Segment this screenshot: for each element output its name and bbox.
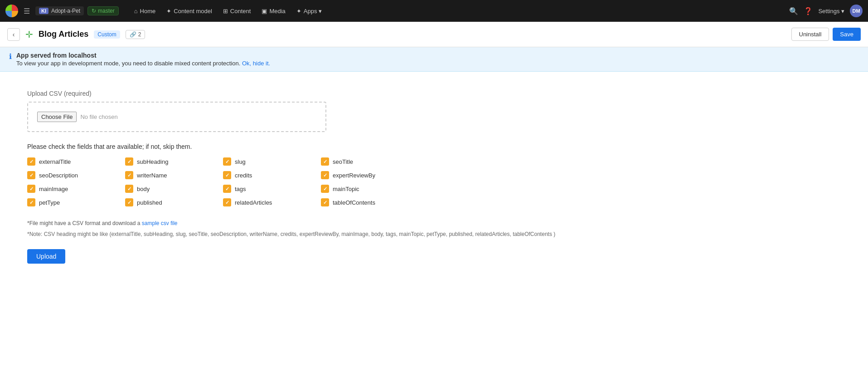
field-name-label: seoTitle (333, 158, 353, 165)
branch-label: master (98, 8, 115, 14)
field-item[interactable]: writerName (125, 171, 216, 179)
info-content: App served from localhost To view your a… (16, 52, 270, 67)
topbar: ☰ KI Adopt-a-Pet master ⌂ Home ✦ Content… (0, 0, 868, 22)
field-name-label: seoDescription (39, 172, 78, 179)
link-icon: 🔗 (130, 31, 136, 38)
link-badge[interactable]: 🔗 2 (126, 30, 145, 39)
content-icon: ⊞ (223, 8, 228, 15)
field-name-label: slug (235, 158, 246, 165)
nav-content-label: Content (230, 8, 251, 15)
field-checkbox[interactable] (27, 171, 35, 179)
field-checkbox[interactable] (223, 157, 231, 166)
field-item[interactable]: credits (223, 171, 314, 179)
field-checkbox[interactable] (125, 185, 133, 193)
settings-label[interactable]: Settings ▾ (818, 8, 844, 15)
search-icon[interactable]: 🔍 (789, 7, 798, 15)
upload-button[interactable]: Upload (27, 249, 65, 264)
upload-label-text: Upload CSV (27, 90, 62, 97)
field-item[interactable]: mainTopic (321, 185, 412, 193)
field-checkbox[interactable] (223, 185, 231, 193)
field-item[interactable]: externalTitle (27, 157, 118, 166)
main-content: Upload CSV (required) Choose File No fil… (0, 72, 868, 368)
field-item[interactable]: slug (223, 157, 314, 166)
field-name-label: tableOfContents (333, 199, 375, 206)
field-name-label: externalTitle (39, 158, 71, 165)
field-item[interactable]: seoDescription (27, 171, 118, 179)
field-checkbox[interactable] (321, 157, 329, 166)
nav-apps-label: Apps ▾ (304, 8, 322, 15)
fields-label: Please check the fields that are availab… (27, 143, 841, 150)
nav-home[interactable]: ⌂ Home (130, 5, 160, 17)
content-model-icon: ✦ (166, 8, 171, 15)
field-checkbox[interactable] (321, 185, 329, 193)
page-header-actions: Uninstall Save (791, 28, 861, 41)
field-item[interactable]: subHeading (125, 157, 216, 166)
note1: *File might have a CSV format and downlo… (27, 219, 841, 227)
field-item[interactable]: tags (223, 185, 314, 193)
field-item[interactable]: body (125, 185, 216, 193)
page-title: Blog Articles (39, 29, 88, 39)
app-name: Adopt-a-Pet (51, 8, 80, 14)
field-name-label: credits (235, 172, 252, 179)
field-checkbox[interactable] (27, 157, 35, 166)
info-ok-link[interactable]: Ok, (242, 60, 251, 67)
field-item[interactable]: expertReviewBy (321, 171, 412, 179)
field-checkbox[interactable] (125, 198, 133, 206)
info-banner: ℹ App served from localhost To view your… (0, 47, 868, 72)
choose-file-button[interactable]: Choose File (37, 112, 77, 122)
fields-grid: externalTitlesubHeadingslugseoTitleseoDe… (27, 157, 841, 206)
note1-prefix: *File might have a CSV format and downlo… (27, 220, 140, 226)
logo-icon (5, 5, 18, 17)
field-name-label: subHeading (137, 158, 168, 165)
ki-label: KI (39, 8, 48, 14)
upload-required-text: (required) (64, 90, 92, 97)
info-icon: ℹ (9, 52, 12, 61)
field-checkbox[interactable] (223, 198, 231, 206)
field-checkbox[interactable] (27, 198, 35, 206)
nav-media-label: Media (269, 8, 285, 15)
back-button[interactable]: ‹ (7, 28, 20, 41)
nav-apps[interactable]: ✦ Apps ▾ (292, 5, 326, 17)
apps-icon: ✦ (296, 8, 301, 15)
field-checkbox[interactable] (125, 157, 133, 166)
nav-home-label: Home (140, 8, 156, 15)
topbar-right: 🔍 ❓ Settings ▾ DM (789, 5, 863, 17)
top-nav: ⌂ Home ✦ Content model ⊞ Content ▣ Media… (130, 5, 326, 17)
field-name-label: tags (235, 186, 246, 192)
no-file-text: No file chosen (80, 113, 117, 120)
field-checkbox[interactable] (321, 171, 329, 179)
plugin-icon: ✛ (25, 29, 33, 40)
info-title-text: App served from localhost To view your a… (16, 52, 270, 67)
help-icon[interactable]: ❓ (804, 7, 813, 15)
field-name-label: body (137, 186, 150, 192)
field-item[interactable]: tableOfContents (321, 198, 412, 206)
info-hide-link[interactable]: hide it. (253, 60, 270, 67)
avatar[interactable]: DM (850, 5, 863, 17)
field-checkbox[interactable] (125, 171, 133, 179)
sample-csv-link[interactable]: sample csv file (142, 220, 178, 226)
field-name-label: relatedArticles (235, 199, 272, 206)
nav-content-model[interactable]: ✦ Content model (162, 5, 217, 17)
field-checkbox[interactable] (27, 185, 35, 193)
upload-dropzone[interactable]: Choose File No file chosen (27, 102, 326, 132)
uninstall-button[interactable]: Uninstall (791, 28, 829, 41)
field-item[interactable]: petType (27, 198, 118, 206)
nav-content[interactable]: ⊞ Content (218, 5, 256, 17)
field-item[interactable]: mainImage (27, 185, 118, 193)
field-checkbox[interactable] (321, 198, 329, 206)
field-name-label: published (137, 199, 162, 206)
field-name-label: mainImage (39, 186, 68, 192)
nav-media[interactable]: ▣ Media (257, 5, 290, 17)
field-checkbox[interactable] (223, 171, 231, 179)
back-icon: ‹ (13, 31, 15, 38)
file-input-wrapper: Choose File No file chosen (37, 112, 316, 122)
menu-icon[interactable]: ☰ (22, 5, 32, 17)
app-badge: KI Adopt-a-Pet (35, 6, 84, 15)
field-item[interactable]: relatedArticles (223, 198, 314, 206)
field-item[interactable]: published (125, 198, 216, 206)
save-button[interactable]: Save (833, 28, 861, 41)
note2: *Note: CSV heading might be like (extern… (27, 230, 841, 238)
home-icon: ⌂ (134, 8, 138, 15)
info-description: To view your app in development mode, yo… (16, 60, 270, 67)
field-item[interactable]: seoTitle (321, 157, 412, 166)
